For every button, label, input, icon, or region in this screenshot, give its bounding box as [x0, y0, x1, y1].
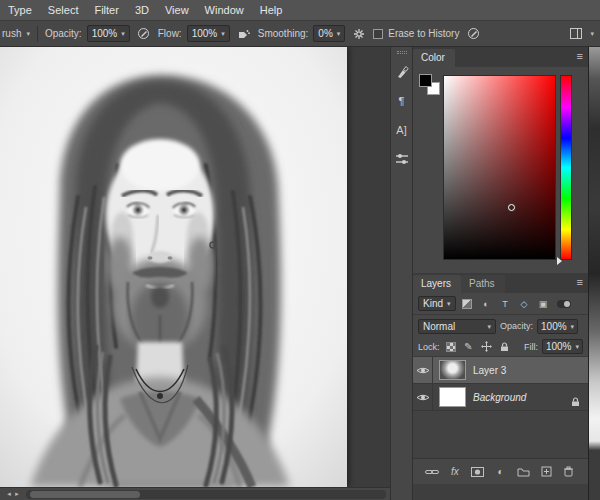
layer-row-layer3[interactable]: Layer 3 [413, 357, 588, 384]
kind-filter-value: Kind [423, 298, 443, 309]
layers-opacity-label: Opacity: [500, 321, 533, 331]
lock-row: Lock: ✎ Fill: 100% ▾ [413, 337, 588, 357]
filter-toggle-switch[interactable] [557, 300, 571, 308]
horizontal-scrollbar[interactable]: ◄ ► [0, 487, 390, 500]
saturation-brightness-box[interactable] [443, 75, 556, 260]
opacity-combo[interactable]: 100% ▾ [87, 25, 130, 42]
panels-column: Color ≡ Layers Paths ≡ Kind [413, 47, 588, 500]
menu-select[interactable]: Select [40, 0, 87, 21]
brush-settings-icon[interactable] [392, 62, 411, 81]
scrollbar-thumb[interactable] [30, 491, 140, 498]
visibility-eye-icon[interactable] [413, 384, 433, 410]
brush-preset-label[interactable]: rush [2, 28, 21, 39]
dock-drag-handle[interactable] [397, 51, 407, 54]
menu-filter[interactable]: Filter [86, 0, 126, 21]
tab-color[interactable]: Color [413, 49, 455, 67]
scroll-right-icon[interactable]: ► [14, 491, 20, 497]
new-group-folder-icon[interactable] [516, 465, 530, 479]
tab-layers[interactable]: Layers [413, 275, 461, 293]
chevron-down-icon: ▾ [575, 343, 579, 350]
layer-mask-icon[interactable] [471, 465, 485, 479]
color-panel-header: Color ≡ [413, 47, 588, 67]
new-layer-icon[interactable] [539, 465, 553, 479]
fill-label: Fill: [524, 342, 538, 352]
menu-help[interactable]: Help [252, 0, 291, 21]
layers-opacity-combo[interactable]: 100% ▾ [537, 319, 578, 334]
adjustment-layer-icon[interactable]: ◐ [493, 465, 507, 479]
chevron-down-icon[interactable]: ▾ [590, 30, 594, 37]
workspace-icon[interactable] [567, 25, 585, 43]
pixel-filter-icon[interactable] [460, 296, 475, 311]
airbrush-icon[interactable] [235, 25, 253, 43]
layers-bottom-bar: fx ◐ [413, 458, 588, 484]
layer-filter-row: Kind ▾ ◐ T ◇ ▣ [413, 293, 588, 315]
link-layers-icon[interactable] [425, 465, 439, 479]
gear-icon[interactable] [350, 25, 368, 43]
paragraph-panel-icon[interactable]: ¶ [392, 91, 411, 110]
panel-menu-icon[interactable]: ≡ [577, 50, 583, 62]
layer-name[interactable]: Background [473, 392, 526, 403]
lock-all-icon[interactable] [498, 340, 512, 354]
foreground-color-swatch[interactable] [419, 74, 432, 87]
photoshop-window: Type Select Filter 3D View Window Help r… [0, 0, 600, 500]
opacity-label: Opacity: [45, 28, 82, 39]
scroll-left-icon[interactable]: ◄ [6, 491, 12, 497]
erase-to-history-label: Erase to History [388, 28, 459, 39]
delete-layer-trash-icon[interactable] [562, 465, 576, 479]
menu-window[interactable]: Window [197, 0, 252, 21]
tool-options-bar: rush ▾ Opacity: 100% ▾ Flow: 100% ▾ Smoo… [0, 21, 600, 47]
chevron-down-icon: ▾ [26, 30, 30, 37]
smoothing-value: 0% [318, 28, 332, 39]
menu-3d[interactable]: 3D [127, 0, 157, 21]
second-document-edge[interactable] [588, 47, 600, 500]
menu-type[interactable]: Type [0, 0, 40, 21]
layer-row-background[interactable]: Background [413, 384, 588, 411]
smoothing-label: Smoothing: [258, 28, 309, 39]
smart-object-filter-icon[interactable]: ▣ [536, 296, 551, 311]
layer-name[interactable]: Layer 3 [473, 365, 506, 376]
shape-filter-icon[interactable]: ◇ [517, 296, 532, 311]
fill-combo[interactable]: 100% ▾ [542, 339, 583, 354]
menu-view[interactable]: View [157, 0, 197, 21]
visibility-eye-icon[interactable] [413, 357, 433, 383]
menu-bar: Type Select Filter 3D View Window Help [0, 0, 600, 21]
chevron-down-icon: ▾ [221, 30, 225, 37]
hue-slider-marker[interactable] [557, 257, 562, 265]
type-filter-icon[interactable]: T [498, 296, 513, 311]
scrollbar-track[interactable] [26, 490, 386, 499]
chevron-down-icon: ▾ [121, 30, 125, 37]
pressure-size-icon[interactable] [464, 25, 482, 43]
document-canvas[interactable] [0, 47, 347, 487]
lock-position-icon[interactable] [480, 340, 494, 354]
layers-panel-header: Layers Paths ≡ [413, 273, 588, 293]
erase-to-history-checkbox[interactable] [373, 29, 383, 39]
canvas-area[interactable] [0, 47, 390, 487]
layer-style-fx-icon[interactable]: fx [448, 465, 462, 479]
fill-value: 100% [546, 341, 572, 352]
chevron-down-icon: ▾ [571, 323, 575, 330]
hue-slider[interactable] [560, 75, 572, 260]
flow-combo[interactable]: 100% ▾ [187, 25, 230, 42]
tab-paths[interactable]: Paths [461, 275, 505, 293]
panel-footer [413, 484, 588, 500]
lock-pixels-icon[interactable]: ✎ [462, 340, 476, 354]
panel-menu-icon[interactable]: ≡ [577, 276, 583, 288]
lock-icon [571, 393, 580, 411]
color-panel: Color ≡ [413, 47, 588, 273]
adjustment-filter-icon[interactable]: ◐ [479, 296, 494, 311]
character-styles-panel-icon[interactable]: A] [392, 120, 411, 139]
layer-thumbnail[interactable] [439, 360, 466, 380]
chevron-down-icon: ▾ [447, 300, 451, 307]
blend-mode-combo[interactable]: Normal ▾ [418, 319, 496, 334]
lock-transparency-icon[interactable] [444, 340, 458, 354]
divider [37, 26, 38, 42]
blend-mode-value: Normal [423, 321, 455, 332]
layer-thumbnail[interactable] [439, 387, 466, 407]
sliders-panel-icon[interactable] [392, 149, 411, 168]
color-picker-marker[interactable] [508, 204, 515, 211]
foreground-background-swatches[interactable] [418, 73, 444, 99]
scroll-arrows[interactable]: ◄ ► [0, 491, 26, 497]
smoothing-combo[interactable]: 0% ▾ [313, 25, 345, 42]
kind-filter-combo[interactable]: Kind ▾ [418, 296, 456, 311]
pressure-opacity-icon[interactable] [135, 25, 153, 43]
